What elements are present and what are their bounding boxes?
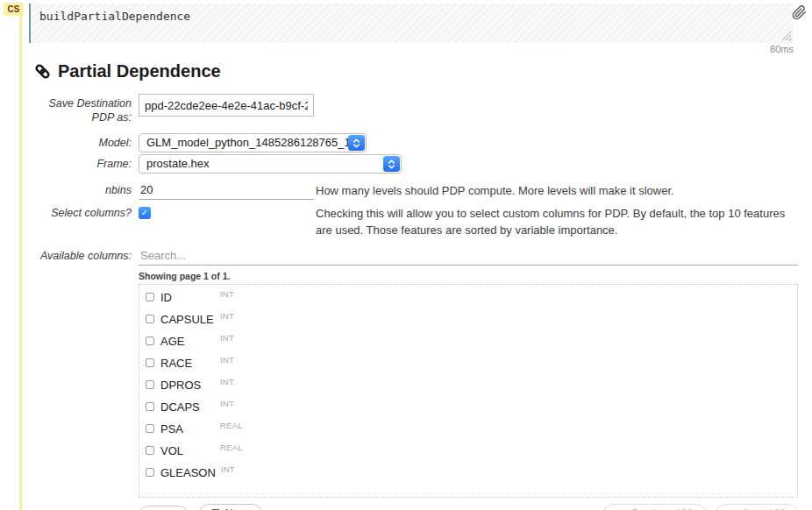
column-checkbox[interactable]: [146, 380, 154, 389]
column-search-input[interactable]: [139, 246, 798, 266]
select-all-button[interactable]: ✓ All: [139, 506, 189, 510]
list-item[interactable]: PSA REAL: [139, 418, 797, 440]
list-item[interactable]: ID INT: [139, 287, 797, 308]
dest-input[interactable]: [139, 94, 314, 117]
column-checkbox[interactable]: [146, 293, 154, 301]
cell-output: Partial Dependence Save Destination PDP …: [35, 61, 798, 510]
column-type-badge: REAL: [220, 421, 243, 430]
paging-status: Showing page 1 of 1.: [139, 271, 798, 281]
next-page-button[interactable]: → Next 100: [716, 504, 798, 510]
frame-label: Frame:: [35, 154, 139, 172]
page-title: Partial Dependence: [35, 61, 798, 81]
selected-cell-indicator: [19, 3, 22, 510]
nbins-help-text: How many levels should PDP compute. More…: [316, 181, 798, 200]
column-checkbox[interactable]: [146, 446, 154, 455]
execution-time: 80ms: [770, 44, 794, 54]
h2o-flow-page: CS buildPartialDependence 80ms Partial D…: [0, 0, 812, 510]
select-stepper-icon: [348, 135, 365, 151]
column-type-badge: INT: [220, 289, 234, 299]
select-columns-checkbox[interactable]: ✓: [139, 207, 151, 219]
model-select[interactable]: GLM_model_python_1485286128765_1: [139, 133, 367, 152]
list-item[interactable]: DCAPS INT: [139, 396, 797, 418]
column-type-badge: INT: [220, 333, 234, 343]
link-icon: [35, 64, 50, 79]
select-none-button[interactable]: None: [199, 504, 263, 510]
code-cell-input[interactable]: buildPartialDependence: [29, 4, 794, 43]
column-name: VOL: [160, 444, 215, 457]
column-list: ID INT CAPSULE INT AGE INT RACE INT: [139, 284, 798, 498]
column-type-badge: INT: [220, 355, 234, 365]
column-type-badge: REAL: [220, 443, 243, 452]
column-type-badge: INT: [221, 464, 235, 474]
column-type-badge: INT: [220, 311, 234, 321]
column-name: PSA: [160, 422, 215, 436]
nbins-input[interactable]: [139, 181, 314, 200]
previous-page-button[interactable]: ← Previous 100: [603, 504, 705, 510]
column-checkbox[interactable]: [146, 402, 154, 411]
list-item[interactable]: VOL REAL: [139, 440, 797, 462]
select-columns-label: Select columns?: [35, 203, 139, 221]
list-item[interactable]: RACE INT: [139, 352, 797, 374]
select-stepper-icon: [383, 156, 400, 172]
paperclip-icon[interactable]: [792, 5, 807, 20]
frame-select-value: prostate.hex: [146, 157, 210, 170]
model-label: Model:: [35, 133, 139, 151]
column-name: DPROS: [160, 379, 215, 392]
list-item[interactable]: DPROS INT: [139, 374, 797, 396]
column-name: DCAPS: [160, 400, 215, 414]
column-type-badge: INT: [220, 399, 234, 408]
column-type-badge: INT: [220, 377, 234, 386]
list-item[interactable]: AGE INT: [139, 330, 797, 352]
column-checkbox[interactable]: [146, 336, 154, 345]
column-checkbox[interactable]: [146, 315, 154, 323]
nbins-label: nbins: [35, 181, 139, 198]
list-item[interactable]: GLEASON INT: [139, 462, 797, 484]
code-text: buildPartialDependence: [39, 10, 190, 23]
column-name: CAPSULE: [160, 313, 215, 326]
available-columns-label: Available columns:: [35, 246, 139, 264]
column-checkbox[interactable]: [146, 424, 154, 433]
column-name: AGE: [160, 335, 215, 348]
frame-select[interactable]: prostate.hex: [139, 154, 402, 174]
resize-handle[interactable]: [781, 31, 791, 40]
list-item[interactable]: CAPSULE INT: [139, 308, 797, 330]
dest-label: Save Destination PDP as:: [35, 94, 139, 124]
select-buttons-group: ✓ All None: [139, 504, 262, 510]
column-name: GLEASON: [160, 466, 216, 479]
column-checkbox[interactable]: [146, 468, 154, 477]
select-columns-help-text: Checking this will allow you to select c…: [316, 203, 798, 239]
column-name: ID: [160, 291, 215, 304]
page-title-text: Partial Dependence: [58, 61, 221, 81]
column-name: RACE: [160, 357, 215, 370]
paging-buttons-group: ← Previous 100 → Next 100: [603, 504, 798, 510]
column-checkbox[interactable]: [146, 358, 154, 367]
model-select-value: GLM_model_python_1485286128765_1: [146, 136, 351, 149]
